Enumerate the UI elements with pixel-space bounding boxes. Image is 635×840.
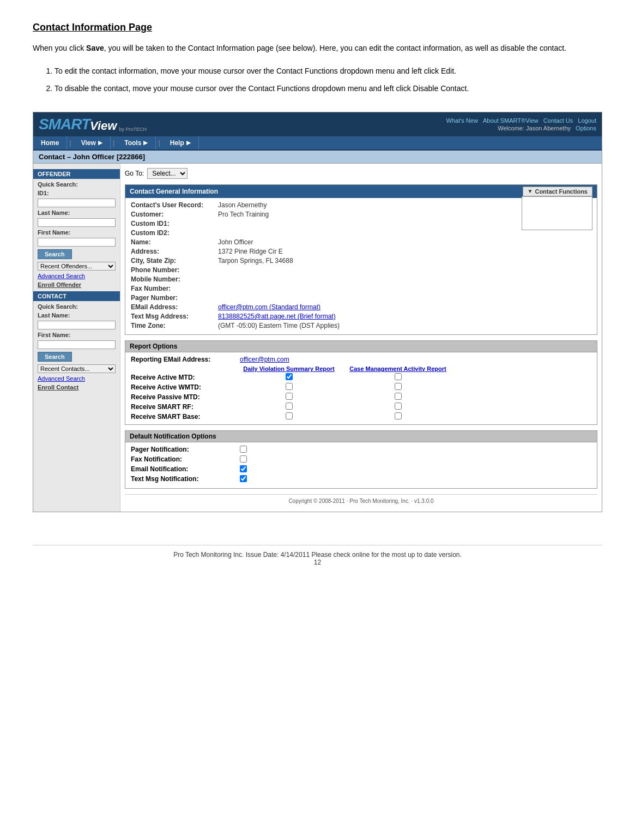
nav-view[interactable]: View ▶ <box>74 136 111 149</box>
welcome-line: Welcome: Jason Abernethy Options <box>443 125 596 131</box>
field-phone: Phone Number: <box>131 266 591 274</box>
row5-col2 <box>338 412 458 421</box>
row5-col2-checkbox[interactable] <box>395 412 402 419</box>
nav-tools[interactable]: Tools ▶ <box>117 136 156 149</box>
fax-notif-row: Fax Notification: <box>131 455 591 463</box>
text-notif-row: Text Msg Notification: <box>131 475 591 483</box>
contact-info-title: Contact General Information <box>130 188 218 195</box>
reporting-email-label: Reporting EMail Address: <box>131 356 240 363</box>
contact-search-button[interactable]: Search <box>38 352 72 362</box>
notification-header: Default Notification Options <box>125 431 597 442</box>
logout-link[interactable]: Logout <box>578 117 596 124</box>
field-pager: Pager Number: <box>131 294 591 302</box>
first-name-input[interactable] <box>38 238 116 247</box>
cf-disable-label: Disable Contact <box>536 210 582 217</box>
fax-notif-label: Fax Notification: <box>131 455 240 463</box>
field-address: Address: 1372 Pine Ridge Cir E <box>131 248 591 255</box>
text-notif-checkbox[interactable] <box>240 475 247 482</box>
pager-notif-checkbox[interactable] <box>240 446 247 453</box>
contact-functions-button[interactable]: ▼ Contact Functions <box>523 187 592 196</box>
col1-header[interactable]: Daily Violation Summary Report <box>240 365 338 372</box>
header-nav-right: What's New About SMART®View Contact Us L… <box>443 117 596 131</box>
app-logo: SMART View by ProTECH <box>39 116 147 133</box>
intro-bold: Save <box>86 44 104 52</box>
email-link[interactable]: officer@ptm.com (Standard format) <box>218 303 320 311</box>
row3-col2-checkbox[interactable] <box>395 393 402 400</box>
email-notif-checkbox[interactable] <box>240 465 247 472</box>
logo-smart: SMART <box>39 116 90 133</box>
app-frame: SMART View by ProTECH What's New About S… <box>33 112 602 512</box>
contact-advanced-search-link[interactable]: Advanced Search <box>33 374 120 383</box>
field-city-state: City, State Zip: Tarpon Springs, FL 3468… <box>131 257 591 265</box>
help-arrow: ▶ <box>186 140 191 146</box>
row2-col1 <box>240 383 338 392</box>
reporting-email-value[interactable]: officer@ptm.com <box>240 356 289 363</box>
row3-col1-checkbox[interactable] <box>286 393 293 400</box>
nav-home[interactable]: Home <box>33 136 67 149</box>
row1-col2-checkbox[interactable] <box>395 373 402 380</box>
main-content: Go To: Select... Contact General Informa… <box>120 164 602 512</box>
page-number: 12 <box>33 559 602 566</box>
text-msg-link[interactable]: 8138882525@att.page.net (Brief format) <box>218 313 336 320</box>
row2-col1-checkbox[interactable] <box>286 383 293 390</box>
quick-search-label: Quick Search: <box>33 180 120 189</box>
field-name: Name: John Officer <box>131 238 591 246</box>
row5-label: Receive SMART Base: <box>131 413 240 421</box>
contact-quick-search-label: Quick Search: <box>33 302 120 311</box>
page-footer: Pro Tech Monitoring Inc. Issue Date: 4/1… <box>33 545 602 566</box>
nav-sep-3: | <box>156 139 162 147</box>
recent-offenders-select[interactable]: Recent Offenders... <box>38 262 116 271</box>
row3-col2 <box>338 393 458 401</box>
enroll-contact-link[interactable]: Enroll Contact <box>33 383 120 392</box>
row4-col1-checkbox[interactable] <box>286 403 293 410</box>
pager-notif-label: Pager Notification: <box>131 446 240 453</box>
col2-header[interactable]: Case Management Activity Report <box>338 365 458 372</box>
last-name-label: Last Name: <box>33 208 120 217</box>
contact-functions-menu: ✏ Edit ✕ Disable Contact 🖨 Print <box>522 196 592 230</box>
cf-arrow-icon: ▼ <box>528 188 533 194</box>
app-header: SMART View by ProTECH What's New About S… <box>33 112 602 136</box>
recent-contacts-select[interactable]: Recent Contacts... <box>38 364 116 373</box>
contact-first-input[interactable] <box>38 340 116 349</box>
page-title: Contact Information Page <box>33 22 602 33</box>
contact-section: CONTACT <box>33 291 120 301</box>
edit-icon: ✏ <box>528 199 533 206</box>
email-notif-row: Email Notification: <box>131 465 591 473</box>
id1-input[interactable] <box>38 199 116 207</box>
offender-search-button[interactable]: Search <box>38 249 72 259</box>
instruction-1: To edit the contact information, move yo… <box>55 65 602 78</box>
contact-info-header: Contact General Information ▼ Contact Fu… <box>125 185 597 198</box>
contact-last-input[interactable] <box>38 321 116 329</box>
row4-col2-checkbox[interactable] <box>395 403 402 410</box>
whats-new-link[interactable]: What's New <box>446 117 478 124</box>
reporting-email-row: Reporting EMail Address: officer@ptm.com <box>131 356 591 363</box>
options-link[interactable]: Options <box>576 125 596 131</box>
offender-advanced-search-link[interactable]: Advanced Search <box>33 272 120 280</box>
row1-col1 <box>240 373 338 382</box>
row5-col1 <box>240 412 338 421</box>
welcome-text: Welcome: Jason Abernethy <box>498 125 571 131</box>
contact-us-link[interactable]: Contact Us <box>543 117 573 124</box>
sidebar: OFFENDER Quick Search: ID1: Last Name: F… <box>33 164 120 512</box>
header-nav-links: What's New About SMART®View Contact Us L… <box>443 117 596 124</box>
field-email: EMail Address: officer@ptm.com (Standard… <box>131 303 591 311</box>
row5-col1-checkbox[interactable] <box>286 412 293 419</box>
logo-byprotech: by ProTECH <box>119 127 147 132</box>
cf-edit-item[interactable]: ✏ Edit <box>522 197 592 208</box>
goto-select[interactable]: Select... <box>147 168 188 179</box>
nav-help[interactable]: Help ▶ <box>162 136 199 149</box>
enroll-offender-link[interactable]: Enroll Offender <box>33 280 120 289</box>
last-name-input[interactable] <box>38 218 116 227</box>
cf-disable-item[interactable]: ✕ Disable Contact <box>522 208 592 219</box>
goto-label: Go To: <box>125 170 144 177</box>
cf-print-item[interactable]: 🖨 Print <box>522 219 592 230</box>
row3-label: Receive Passive MTD: <box>131 393 240 401</box>
fax-notif-checkbox[interactable] <box>240 455 247 463</box>
page-footer-text: Pro Tech Monitoring Inc. Issue Date: 4/1… <box>33 551 602 559</box>
report-options-panel: Report Options Reporting EMail Address: … <box>125 340 597 425</box>
row2-label: Receive Active WMTD: <box>131 383 240 391</box>
row2-col2-checkbox[interactable] <box>395 383 402 390</box>
app-body: OFFENDER Quick Search: ID1: Last Name: F… <box>33 164 602 512</box>
row1-col1-checkbox[interactable] <box>286 373 293 380</box>
about-link[interactable]: About SMART®View <box>483 117 539 124</box>
